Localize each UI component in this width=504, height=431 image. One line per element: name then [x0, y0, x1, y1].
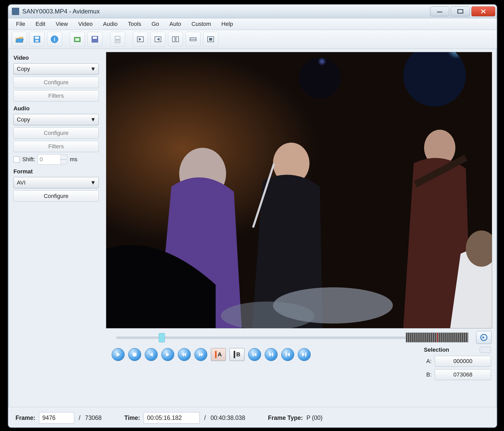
menu-audio[interactable]: Audio — [98, 20, 123, 28]
svg-marker-56 — [302, 352, 305, 357]
audio-shift-label: Shift: — [22, 156, 35, 163]
save-video-button[interactable] — [70, 32, 85, 47]
svg-marker-51 — [254, 352, 256, 357]
save-button[interactable] — [29, 32, 44, 47]
chevron-down-icon: ▼ — [90, 66, 96, 72]
svg-marker-48 — [199, 352, 201, 357]
frame-current-input[interactable]: 9476 — [39, 412, 74, 424]
selection-a-label: A: — [424, 358, 432, 365]
prev-frame-button[interactable] — [145, 348, 158, 361]
prev-keyframe-button[interactable] — [178, 348, 191, 361]
set-marker-b-button[interactable]: B — [230, 348, 245, 361]
svg-rect-53 — [272, 353, 273, 356]
set-marker-a-button[interactable]: A — [211, 348, 226, 361]
split-button[interactable] — [168, 32, 183, 47]
menu-tools[interactable]: Tools — [123, 20, 146, 28]
menu-custom[interactable]: Custom — [186, 20, 216, 28]
svg-text:i: i — [54, 36, 55, 42]
menu-help[interactable]: Help — [216, 20, 238, 28]
save-audio-button[interactable] — [87, 32, 102, 47]
video-codec-value: Copy — [17, 66, 30, 72]
app-window: SANY0003.MP4 - Avidemux File Edit View V… — [8, 4, 497, 428]
audio-filters-button[interactable]: Filters — [13, 141, 99, 152]
calculator-button[interactable] — [110, 32, 125, 47]
info-button[interactable]: i — [47, 32, 62, 47]
chevron-down-icon: ▼ — [90, 179, 96, 186]
menu-bar: File Edit View Video Audio Tools Go Auto… — [8, 18, 497, 30]
audio-shift-input[interactable]: 0 — [38, 154, 67, 165]
fit-button[interactable] — [203, 32, 218, 47]
window-title: SANY0003.MP4 - Avidemux — [22, 8, 429, 15]
menu-auto[interactable]: Auto — [164, 20, 186, 28]
format-configure-button[interactable]: Configure — [13, 190, 99, 202]
close-button[interactable] — [471, 6, 495, 16]
open-button[interactable] — [12, 32, 27, 47]
svg-marker-21 — [157, 38, 159, 41]
selection-b-value[interactable]: 073068 — [435, 369, 491, 380]
next-frame-button[interactable] — [161, 348, 174, 361]
time-current-input[interactable]: 00:05:16.182 — [144, 412, 200, 424]
menu-go[interactable]: Go — [146, 20, 164, 28]
status-bar: Frame: 9476 / 73068 Time: 00:05:16.182 /… — [8, 407, 497, 428]
svg-rect-15 — [116, 39, 117, 40]
seek-bar[interactable] — [106, 333, 445, 342]
svg-marker-41 — [483, 336, 485, 339]
crop-button[interactable] — [186, 32, 201, 47]
svg-rect-54 — [286, 352, 287, 357]
svg-rect-10 — [75, 38, 79, 41]
out-point-button[interactable] — [150, 32, 165, 47]
next-black-button[interactable] — [265, 348, 278, 361]
jog-wheel[interactable] — [406, 333, 468, 342]
video-configure-button[interactable]: Configure — [13, 77, 99, 88]
audio-configure-button[interactable]: Configure — [13, 127, 99, 139]
selection-panel: Selection A: 000000 B: 073068 — [424, 347, 491, 383]
seek-track — [116, 337, 440, 339]
first-frame-button[interactable] — [281, 348, 294, 361]
svg-marker-47 — [182, 352, 184, 357]
time-label: Time: — [124, 414, 140, 421]
svg-rect-14 — [116, 37, 119, 39]
svg-marker-49 — [201, 352, 203, 357]
maximize-button[interactable] — [451, 6, 470, 16]
next-keyframe-button[interactable] — [194, 348, 207, 361]
menu-view[interactable]: View — [50, 20, 73, 28]
minimize-button[interactable] — [430, 6, 449, 16]
svg-marker-42 — [117, 352, 120, 357]
prev-black-button[interactable] — [248, 348, 261, 361]
audio-shift-value: 0 — [40, 156, 43, 163]
in-point-button[interactable] — [133, 32, 148, 47]
last-frame-button[interactable] — [298, 348, 311, 361]
svg-marker-52 — [269, 352, 272, 357]
seek-handle[interactable] — [159, 333, 165, 342]
svg-rect-5 — [35, 37, 39, 39]
svg-marker-55 — [287, 352, 290, 357]
menu-file[interactable]: File — [11, 20, 30, 28]
svg-rect-22 — [172, 37, 175, 42]
audio-shift-checkbox[interactable] — [13, 156, 20, 163]
menu-video[interactable]: Video — [73, 20, 98, 28]
svg-point-31 — [299, 57, 341, 99]
frame-type-value: P (00) — [307, 414, 323, 421]
app-icon — [12, 8, 19, 15]
video-preview — [106, 52, 492, 328]
format-value: AVI — [17, 179, 26, 186]
format-section-title: Format — [13, 168, 99, 175]
video-filters-button[interactable]: Filters — [13, 90, 99, 102]
selection-b-label: B: — [424, 371, 432, 378]
audio-shift-unit: ms — [70, 156, 77, 163]
svg-rect-6 — [35, 40, 39, 42]
play-button[interactable] — [112, 348, 125, 361]
audio-codec-select[interactable]: Copy ▼ — [13, 114, 99, 125]
selection-a-value[interactable]: 000000 — [435, 356, 491, 367]
stop-button[interactable] — [128, 348, 141, 361]
time-total: 00:40:38.038 — [210, 414, 245, 421]
format-select[interactable]: AVI ▼ — [13, 177, 99, 188]
volume-button[interactable] — [476, 331, 492, 344]
selection-collapse-button[interactable] — [480, 347, 491, 353]
video-codec-select[interactable]: Copy ▼ — [13, 63, 99, 75]
svg-marker-19 — [139, 38, 141, 41]
menu-edit[interactable]: Edit — [30, 20, 50, 28]
svg-rect-17 — [118, 39, 119, 40]
audio-section-title: Audio — [13, 105, 99, 112]
svg-rect-12 — [93, 37, 97, 39]
